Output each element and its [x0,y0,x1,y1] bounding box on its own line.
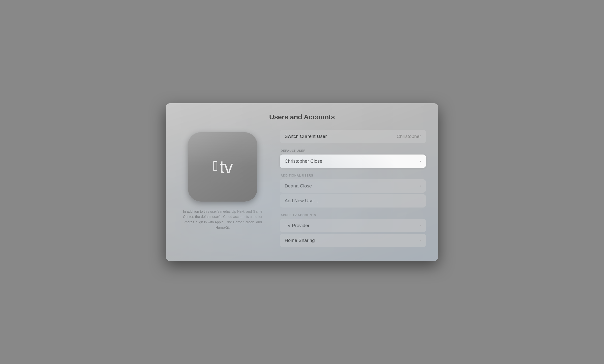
deana-close-row[interactable]: Deana Close › [280,179,426,193]
default-user-row[interactable]: Christopher Close › [280,155,426,168]
deana-close-label: Deana Close [285,183,312,189]
chevron-right-icon: › [420,238,421,243]
tv-text-label: tv [220,158,233,176]
apple-tv-icon:  tv [188,132,257,202]
chevron-right-icon: › [420,223,421,228]
left-panel:  tv In addition to this user's media, U… [178,130,267,231]
tv-provider-row[interactable]: TV Provider › [280,219,426,232]
additional-users-section-header: ADDITIONAL USERS [281,174,426,177]
apple-tv-accounts-section-header: APPLE TV ACCOUNTS [281,213,426,217]
switch-current-user-row[interactable]: Switch Current User Christopher [280,130,426,143]
default-user-name: Christopher Close [285,158,322,164]
home-sharing-right: › [420,238,421,243]
home-sharing-row[interactable]: Home Sharing › [280,234,426,247]
chevron-right-icon: › [420,183,421,188]
tv-logo:  tv [213,158,232,176]
settings-window: Users and Accounts  tv In addition to t… [166,103,438,261]
page-title: Users and Accounts [178,113,426,121]
home-sharing-label: Home Sharing [285,238,315,243]
tv-provider-right: › [420,223,421,228]
add-new-user-label: Add New User… [285,198,320,204]
chevron-right-icon: › [420,158,421,164]
default-user-section-header: DEFAULT USER [281,149,426,153]
deana-close-right: › [420,183,421,188]
tv-provider-label: TV Provider [285,223,309,228]
right-panel: Switch Current User Christopher DEFAULT … [280,130,426,249]
content-area:  tv In addition to this user's media, U… [178,130,426,249]
apple-logo-icon:  [213,159,218,173]
switch-current-user-right: Christopher [397,134,421,139]
description-text: In addition to this user's media, Up Nex… [181,209,265,231]
default-user-right: › [420,158,421,164]
switch-current-user-value: Christopher [397,134,421,139]
switch-current-user-label: Switch Current User [285,134,327,139]
add-new-user-row[interactable]: Add New User… [280,194,426,208]
